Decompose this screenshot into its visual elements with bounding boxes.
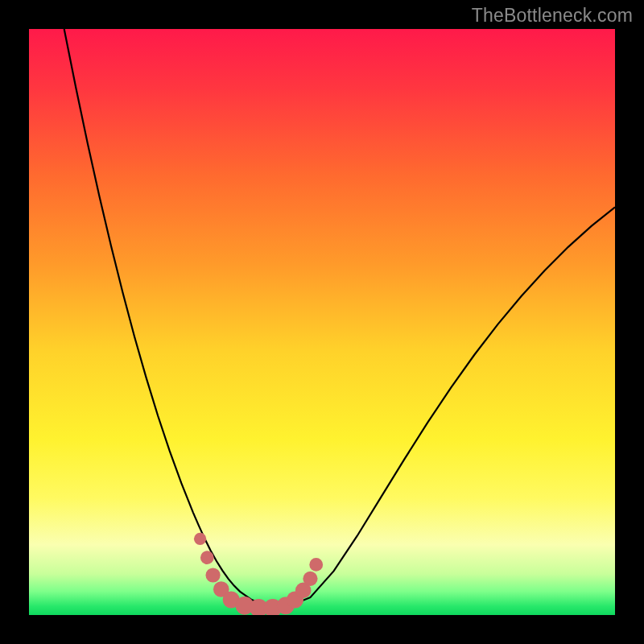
curve-marker [205, 568, 220, 582]
watermark-text: TheBottleneck.com [472, 5, 633, 27]
bottleneck-curve [64, 29, 615, 607]
curve-marker [194, 533, 206, 545]
curve-marker [309, 558, 323, 572]
curve-marker [200, 551, 214, 564]
chart-frame: TheBottleneck.com [0, 0, 644, 644]
curve-layer [29, 29, 615, 615]
plot-area [29, 29, 615, 615]
curve-markers [194, 533, 323, 615]
curve-marker [303, 572, 317, 586]
